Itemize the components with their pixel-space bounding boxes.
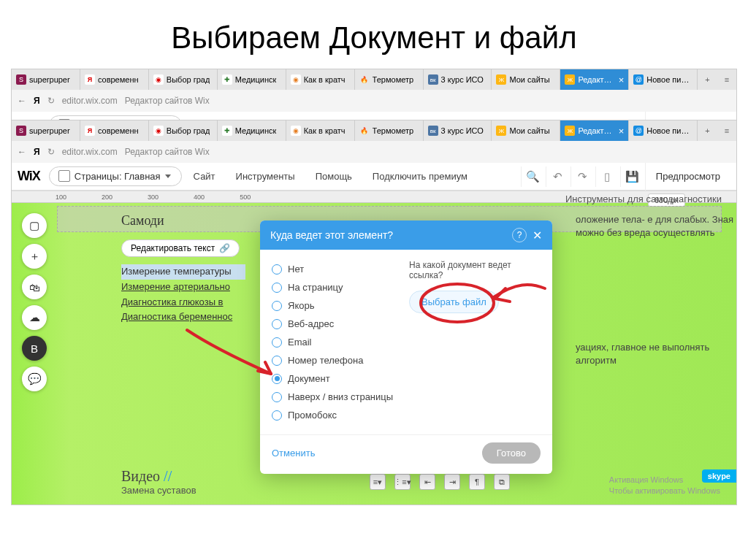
radio-label: Нет	[288, 264, 304, 275]
link-type-option[interactable]: Промобокс	[272, 406, 403, 424]
browser-tab[interactable]: ЖМои сайты	[492, 69, 560, 90]
tab-label: современн	[98, 126, 139, 135]
new-tab-button[interactable]: +	[698, 69, 717, 90]
redo-icon[interactable]: ↷	[570, 166, 594, 187]
radio-icon	[272, 392, 282, 402]
help-icon[interactable]: ?	[512, 228, 527, 242]
link-type-option[interactable]: Документ	[272, 369, 403, 388]
browser-tab[interactable]: ЖМои сайты	[492, 120, 560, 141]
browser-tab[interactable]: ✚Медицинск	[218, 69, 286, 90]
browser-tab[interactable]: вк3 курс ИСО	[424, 120, 492, 141]
browser-tab[interactable]: ◉Выбор град	[149, 120, 218, 141]
mobile-icon[interactable]: ▯	[595, 166, 619, 187]
edit-text-label: Редактировать текст	[131, 243, 215, 253]
tab-bar-back: SsuperpuperЯсовременн◉Выбор град✚Медицин…	[12, 69, 736, 90]
tab-menu-icon[interactable]: ≡	[717, 69, 736, 90]
link-type-option[interactable]: Номер телефона	[272, 351, 403, 369]
tab-menu-icon[interactable]: ≡	[717, 120, 736, 141]
browser-tab[interactable]: @Новое письм	[629, 69, 698, 90]
link-icon[interactable]: 🔗	[219, 243, 230, 253]
url-text: editor.wix.com	[62, 96, 118, 106]
reload-icon[interactable]: ↻	[47, 147, 55, 157]
section-title: Самоди	[121, 213, 164, 229]
tab-close-icon[interactable]: ×	[619, 74, 625, 85]
search-icon[interactable]: 🔍	[521, 166, 544, 187]
browser-tab[interactable]: Ssuperpuper	[12, 120, 80, 141]
video-block[interactable]: Видео // Замена суставов	[121, 468, 196, 496]
edit-text-button[interactable]: Редактировать текст 🔗	[121, 239, 240, 257]
undo-icon[interactable]: ↶	[546, 166, 569, 187]
menu-help[interactable]: Помощь	[307, 171, 361, 182]
blog-tool-icon[interactable]: B	[22, 336, 47, 361]
browser-tab[interactable]: ✚Медицинск	[218, 120, 286, 141]
pages-dropdown[interactable]: Страницы: Главная	[49, 166, 182, 186]
browser-tab[interactable]: 🔥Термометр	[355, 120, 424, 141]
apps-tool-icon[interactable]: 🛍	[22, 275, 47, 299]
browser-tab[interactable]: 🔥Термометр	[355, 69, 424, 90]
browser-tab[interactable]: ЖРедактор×	[560, 69, 629, 90]
tab-label: Как в кратч	[304, 75, 346, 84]
link-type-option[interactable]: Нет	[272, 260, 403, 278]
preview-button[interactable]: Предпросмотр	[645, 163, 730, 191]
menu-tools[interactable]: Инструменты	[227, 171, 304, 182]
tab-label: Новое письм	[646, 75, 692, 84]
menu-premium[interactable]: Подключить премиум	[364, 171, 476, 182]
text-element[interactable]: Редактировать текст 🔗 Измерение температ…	[121, 239, 245, 325]
save-icon[interactable]: 💾	[620, 166, 644, 187]
bullets-icon[interactable]: ⋮≡▾	[394, 474, 411, 490]
link-type-option[interactable]: Веб-адрес	[272, 315, 403, 333]
more-settings-icon[interactable]: ⧉	[494, 474, 510, 490]
reload-icon[interactable]: ↻	[47, 96, 55, 106]
browser-tab[interactable]: ◉Выбор град	[149, 69, 218, 90]
radio-label: На страницу	[288, 282, 343, 293]
favicon-icon: S	[16, 126, 26, 136]
favicon-icon: Ж	[496, 74, 506, 85]
tab-close-icon[interactable]: ×	[619, 126, 625, 137]
favicon-icon: Ж	[565, 126, 575, 136]
editor-canvas: 100200300400500 ▢ ＋ 🛍 ☁ B 💬 630 px Инстр…	[12, 191, 736, 505]
back-arrow-icon[interactable]: ←	[18, 96, 26, 106]
link-type-option[interactable]: Email	[272, 333, 403, 351]
radio-label: Якорь	[288, 300, 314, 311]
ruler-tick: 100	[56, 193, 66, 201]
pages-icon	[60, 172, 70, 182]
done-button[interactable]: Готово	[482, 442, 541, 464]
favicon-icon: Я	[85, 126, 95, 136]
add-tool-icon[interactable]: ＋	[22, 244, 47, 269]
uploads-tool-icon[interactable]: ☁	[22, 305, 47, 330]
cancel-button[interactable]: Отменить	[272, 448, 315, 459]
radio-icon	[272, 301, 282, 311]
browser-tab[interactable]: Ясовременн	[80, 69, 149, 90]
outdent-icon[interactable]: ⇤	[419, 474, 435, 490]
new-tab-button[interactable]: +	[698, 120, 717, 141]
choose-file-button[interactable]: Выбрать файл	[409, 291, 499, 313]
browser-tab[interactable]: ЖРедактор×	[560, 120, 629, 141]
browser-tab[interactable]: ◉Как в кратч	[286, 120, 355, 141]
browser-tab[interactable]: ◉Как в кратч	[286, 69, 355, 90]
tab-label: Новое письм	[646, 126, 692, 135]
background-tool-icon[interactable]: ▢	[22, 213, 47, 238]
favicon-icon: ◉	[291, 74, 301, 85]
chat-tool-icon[interactable]: 💬	[22, 367, 47, 391]
sidebar-paragraph-1: оложение тела- е для слабых. Зная можно …	[576, 213, 736, 239]
browser-tab[interactable]: вк3 курс ИСО	[424, 69, 492, 90]
radio-label: Документ	[288, 373, 330, 384]
yandex-icon[interactable]: Я	[34, 147, 40, 157]
yandex-icon[interactable]: Я	[34, 96, 40, 106]
close-icon[interactable]: ✕	[533, 229, 542, 242]
indent-icon[interactable]: ⇥	[444, 474, 460, 490]
link-type-option[interactable]: Якорь	[272, 296, 403, 315]
align-icon[interactable]: ≡▾	[370, 474, 386, 490]
skype-badge[interactable]: skype	[702, 469, 736, 483]
browser-tab[interactable]: Ssuperpuper	[12, 69, 80, 90]
browser-tab[interactable]: Ясовременн	[80, 120, 149, 141]
rtl-icon[interactable]: ¶	[469, 474, 485, 490]
link-type-option[interactable]: Наверх / вниз страницы	[272, 388, 403, 406]
back-arrow-icon[interactable]: ←	[18, 147, 26, 157]
dialog-header: Куда ведет этот элемент? ? ✕	[260, 220, 552, 250]
menu-site[interactable]: Сайт	[185, 171, 224, 182]
link-type-option[interactable]: На страницу	[272, 278, 403, 296]
tab-label: 3 курс ИСО	[441, 126, 484, 135]
favicon-icon: Я	[85, 74, 95, 85]
browser-tab[interactable]: @Новое письм	[629, 120, 698, 141]
